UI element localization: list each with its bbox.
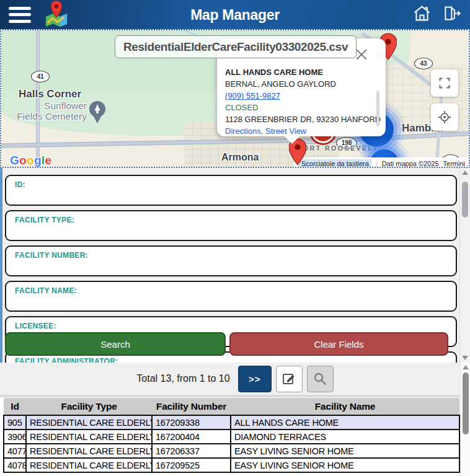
map-label-fort-roosevelt: FORT ROOSEVELT (298, 144, 378, 152)
popup-status-text: CLOSED (225, 102, 367, 113)
search-button[interactable]: Search (5, 332, 226, 356)
scrollbar-thumb[interactable] (462, 182, 468, 218)
scrollbar-thumb[interactable] (463, 372, 469, 434)
map-data-text: Dati mappa ©2025 (382, 160, 439, 167)
id-field[interactable]: ID: (5, 175, 457, 206)
route-shield-41: 41 (31, 71, 50, 82)
terms-link[interactable]: Termini (443, 160, 465, 167)
map-label-cemetery: Sunflower Fields Cemetery (15, 100, 87, 121)
facility-number-field[interactable]: FACILITY NUMBER: (5, 245, 457, 276)
table-row[interactable]: 3906RESIDENTIAL CARE ELDERLY 167200404DI… (4, 430, 459, 444)
logout-icon[interactable] (443, 5, 461, 24)
keyboard-shortcuts-link[interactable]: Scorciatoie da tastiera (299, 159, 371, 168)
table-row[interactable]: 905RESIDENTIAL CARE ELDERLY 167209338ALL… (4, 415, 459, 430)
pagination-bar: Total 13, from 1 to 10 >> (0, 363, 470, 397)
column-header-facility-type[interactable]: Facility Type (26, 398, 152, 415)
find-icon-button[interactable] (307, 366, 334, 392)
facility-type-label: FACILITY TYPE: (15, 216, 456, 224)
popup-scrollbar[interactable] (376, 90, 379, 126)
scroll-up-icon[interactable] (463, 365, 469, 369)
map-label-armona: Armona (221, 152, 259, 163)
scroll-down-icon[interactable] (462, 356, 468, 360)
column-header-id[interactable]: Id (4, 398, 26, 415)
facility-number-label: FACILITY NUMBER: (15, 251, 456, 260)
facility-administrator-label: FACILITY ADMINISTRATOR: (15, 357, 456, 363)
form-scrollbar[interactable] (459, 168, 470, 363)
popup-tail (283, 135, 301, 144)
results-panel: Total 13, from 1 to 10 >> Id (0, 363, 470, 476)
map-attribution: Scorciatoie da tastiera | Dati mappa ©20… (294, 157, 469, 168)
map-canvas[interactable]: 41 43 198 43 Halls Corner Sunflower Fiel… (0, 29, 470, 168)
table-row[interactable]: 4077RESIDENTIAL CARE ELDERLY 167206337EA… (4, 444, 459, 458)
clear-fields-button[interactable]: Clear Fields (229, 332, 448, 356)
popup-phone-link[interactable]: (909) 551-9827 (225, 90, 367, 102)
facility-name-field[interactable]: FACILITY NAME: (5, 281, 457, 312)
map-app-logo-icon (45, 1, 68, 29)
popup-licensee-name: BERNAL, ANGELO GAYLORD (225, 78, 367, 90)
next-page-button[interactable]: >> (238, 366, 272, 392)
facility-type-field[interactable]: FACILITY TYPE: (5, 210, 457, 241)
home-icon[interactable] (413, 5, 431, 24)
id-label: ID: (15, 180, 456, 189)
results-scrollbar[interactable] (460, 363, 470, 476)
popup-facility-name: ALL HANDS CARE HOME (225, 66, 367, 78)
map-label-halls-corner: Halls Corner (19, 88, 81, 100)
column-header-facility-number[interactable]: Facility Number (152, 398, 231, 415)
licensee-label: LICENSEE: (15, 322, 456, 330)
results-table: Id Facility Type Facility Number Facilit… (3, 398, 460, 473)
popup-address-text: 1128 GREENBRIER DR, 93230 HANFORD (225, 113, 367, 125)
table-header-row: Id Facility Type Facility Number Facilit… (4, 398, 459, 415)
route-shield-43: 43 (414, 58, 433, 69)
facility-name-label: FACILITY NAME: (15, 286, 456, 295)
table-row[interactable]: 4078RESIDENTIAL CARE ELDERLY 167209525EA… (4, 458, 459, 472)
close-icon[interactable] (356, 48, 367, 60)
facility-type-input[interactable] (10, 226, 441, 239)
facility-name-input[interactable] (10, 297, 441, 309)
my-location-button[interactable] (431, 104, 458, 131)
cemetery-marker-icon[interactable] (88, 100, 107, 126)
top-navbar: Map Manager (0, 0, 470, 29)
google-logo: Google (10, 154, 51, 167)
id-input[interactable] (10, 191, 441, 203)
pagination-summary: Total 13, from 1 to 10 (136, 373, 229, 384)
column-header-facility-name[interactable]: Facility Name (231, 398, 459, 415)
facility-number-input[interactable] (10, 262, 441, 274)
csv-filename-overlay: ResidentialElderCareFacility03302025.csv (115, 35, 357, 58)
search-form: ID: FACILITY TYPE: FACILITY NUMBER: FACI… (0, 168, 470, 363)
scroll-up-icon[interactable] (462, 170, 468, 175)
edit-button[interactable] (276, 366, 303, 392)
fullscreen-button[interactable] (431, 69, 458, 97)
app-window: Map Manager (0, 0, 470, 476)
page-title: Map Manager (190, 6, 280, 23)
hamburger-menu-icon[interactable] (9, 7, 31, 23)
